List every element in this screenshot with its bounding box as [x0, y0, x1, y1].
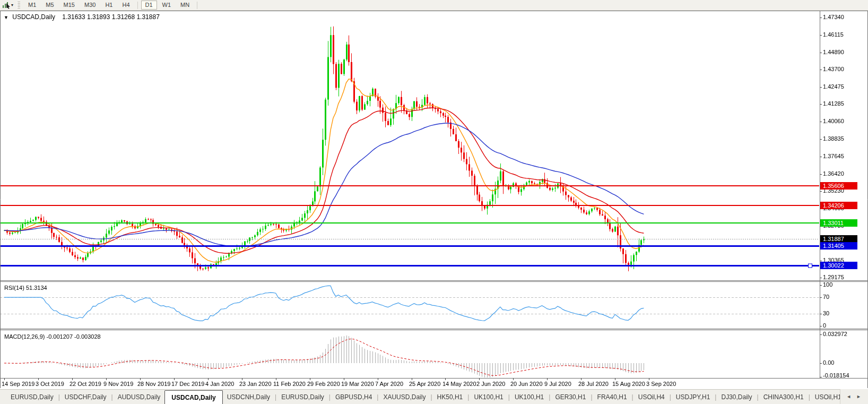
mt4-terminal: { "toolbar": { "tool_icon_name": "chart-…	[0, 0, 868, 404]
timeframe-button-m30[interactable]: M30	[80, 1, 100, 10]
symbol-tab-gbpusd-h4[interactable]: GBPUSD,H4	[331, 390, 376, 404]
toolbar-grip[interactable]	[17, 2, 20, 8]
symbol-tab-china300-h1[interactable]: CHINA300,H1	[759, 390, 808, 404]
symbol-tab-hk50-h1[interactable]: HK50,H1	[433, 390, 467, 404]
symbol-tab-eurusd-daily[interactable]: EURUSD,Daily	[6, 390, 58, 404]
tab-scroll-arrows: ◄ ►	[840, 389, 868, 404]
timeframe-button-h1[interactable]: H1	[101, 1, 117, 10]
timeframe-toolbar: ▾ M1M5M15M30H1H4D1W1MN	[0, 0, 868, 11]
symbol-tab-ger30-h1[interactable]: GER30,H1	[551, 390, 590, 404]
symbol-tab-usdjpy-h1[interactable]: USDJPY,H1	[672, 390, 714, 404]
symbol-tab-uk100-h1[interactable]: UK100,H1	[510, 390, 548, 404]
symbol-tab-uk100-h1[interactable]: UK100,H1	[470, 390, 507, 404]
symbol-tab-dj30-daily[interactable]: DJ30,Daily	[717, 390, 756, 404]
symbol-tab-usdcnh-daily[interactable]: USDCNH,Daily	[223, 390, 274, 404]
price-chart-canvas[interactable]	[0, 11, 868, 389]
timeframe-button-mn[interactable]: MN	[176, 1, 194, 10]
timeframe-button-m15[interactable]: M15	[59, 1, 79, 10]
timeframe-button-m5[interactable]: M5	[41, 1, 58, 10]
toolbar-separator	[137, 2, 138, 9]
symbol-tab-usdcad-daily[interactable]: USDCAD,Daily	[164, 390, 222, 404]
timeframe-button-m1[interactable]: M1	[24, 1, 40, 10]
symbol-tab-fra40-h1[interactable]: FRA40,H1	[593, 390, 631, 404]
symbol-tab-usdchf-daily[interactable]: USDCHF,Daily	[60, 390, 111, 404]
toolbar-dropdown-icon[interactable]: ▾	[11, 3, 13, 7]
toolbar-separator	[197, 2, 197, 9]
timeframe-button-w1[interactable]: W1	[158, 1, 176, 10]
symbol-tab-xauusd-daily[interactable]: XAUUSD,Daily	[379, 390, 430, 404]
symbol-tab-eurusd-daily[interactable]: EURUSD,Daily	[277, 390, 328, 404]
timeframe-button-h4[interactable]: H4	[118, 1, 134, 10]
symbol-tab-bar: EURUSD,Daily|USDCHF,Daily|AUDUSD,DailyUS…	[0, 389, 868, 404]
tab-scroll-left-icon[interactable]: ◄	[844, 394, 854, 399]
chart-cursor-icon[interactable]	[2, 1, 11, 9]
symbol-tab-usoil-h4[interactable]: USOil,H4	[634, 390, 669, 404]
symbol-tab-audusd-daily[interactable]: AUDUSD,Daily	[114, 390, 165, 404]
tab-scroll-right-icon[interactable]: ►	[854, 394, 864, 399]
timeframe-button-d1[interactable]: D1	[141, 1, 157, 10]
